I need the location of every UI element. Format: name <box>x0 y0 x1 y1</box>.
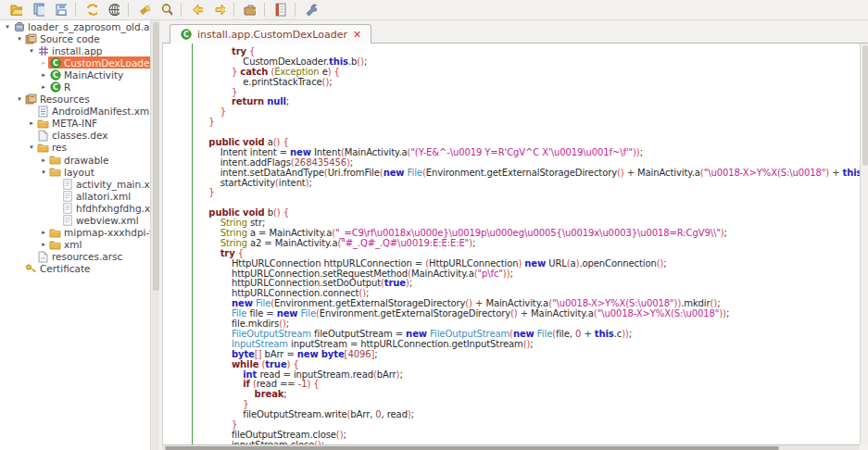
chevron-down-icon[interactable]: ▾ <box>15 95 24 103</box>
preferences-button[interactable] <box>299 1 321 19</box>
chevron-right-icon[interactable]: ▸ <box>39 229 48 236</box>
chevron-right-icon[interactable]: ▸ <box>39 156 48 164</box>
code-line[interactable] <box>197 198 860 208</box>
tree-item-certificate[interactable]: Certificate <box>0 263 150 275</box>
deobfuscation-button[interactable] <box>238 1 260 19</box>
tree-item-core[interactable]: CMainActivity <box>48 69 126 81</box>
chevron-right-icon[interactable]: ▸ <box>39 59 48 67</box>
tree-item-source-code[interactable]: ▾Source code <box>0 32 150 44</box>
chevron-down-icon[interactable]: ▾ <box>39 169 48 176</box>
sync-with-editor-button[interactable] <box>80 1 102 19</box>
tree-item-core[interactable]: CR <box>48 81 73 94</box>
code-line[interactable]: return null; <box>197 97 860 107</box>
tree-item-core[interactable]: hfdhfxhgfdhg.xml <box>60 202 150 214</box>
tree-item-core[interactable]: install.app <box>36 44 106 56</box>
folder-icon <box>49 240 61 250</box>
export-gradle-button[interactable] <box>49 1 71 19</box>
chevron-right-icon[interactable]: ▸ <box>39 71 48 79</box>
save-all-button[interactable] <box>27 1 49 19</box>
open-file-button[interactable] <box>5 1 27 19</box>
tree-item-customdexloader[interactable]: ▸CCustomDexLoader <box>0 56 150 69</box>
briefcase-pencil-icon <box>244 3 256 17</box>
tree-item-core[interactable]: resources.arsc <box>36 251 125 263</box>
code-line[interactable]: String a2 = MainActivity.a("#_.Q#_.Q#\u0… <box>197 239 860 249</box>
tree-vertical-scrollbar[interactable] <box>150 20 159 450</box>
tree-item-androidmanifest-xml[interactable]: AndroidManifest.xml <box>0 106 150 118</box>
tree-item-resources-arsc[interactable]: resources.arsc <box>0 251 150 263</box>
code-line[interactable]: } <box>197 107 860 118</box>
tree-item-core[interactable]: xml <box>48 239 84 251</box>
tree-item-core[interactable]: activity_main.xml <box>60 178 150 190</box>
tree-item-install-app[interactable]: ▾install.app <box>0 44 150 56</box>
editor-horizontal-scrollbar[interactable] <box>162 444 860 450</box>
class-search-button[interactable] <box>155 1 177 19</box>
tree-item-core[interactable]: loader_s_zaprosom_old.apk <box>12 20 150 32</box>
toolbar <box>0 0 868 20</box>
code-line[interactable]: } <box>197 118 860 128</box>
tree-item-r[interactable]: ▸CR <box>0 81 150 93</box>
tab-title: install.app.CustomDexLoader <box>197 29 347 41</box>
code-line[interactable] <box>197 128 860 138</box>
tree-item-core[interactable]: webview.xml <box>60 215 142 227</box>
doc-xml-icon <box>61 215 73 226</box>
tab-close-icon[interactable]: ✕ <box>353 29 361 41</box>
chevron-right-icon[interactable]: ▸ <box>39 83 48 91</box>
tree-item-loader-s-zaprosom-old-apk[interactable]: ▾loader_s_zaprosom_old.apk <box>0 20 150 32</box>
tree-item-mainactivity[interactable]: ▸CMainActivity <box>0 69 150 81</box>
tree-item-core[interactable]: Certificate <box>24 263 94 275</box>
code-line[interactable]: public void b() { <box>197 208 860 219</box>
tree-item-layout[interactable]: ▾layout <box>0 166 150 178</box>
tree-item-label: activity_main.xml <box>76 179 150 190</box>
tree-item-allatori-xml[interactable]: allatori.xml <box>0 190 150 202</box>
tree-item-core[interactable]: Source code <box>24 32 103 44</box>
tree-item-resources[interactable]: ▾Resources <box>0 94 150 106</box>
tree-item-core[interactable]: layout <box>48 166 97 178</box>
tree-item-webview-xml[interactable]: webview.xml <box>0 215 150 227</box>
code-line[interactable]: fileOutputStream.write(bArr, 0, read); <box>197 410 860 420</box>
code-line[interactable]: } <box>197 88 860 98</box>
tree-item-xml[interactable]: ▸xml <box>0 239 150 251</box>
chevron-down-icon[interactable]: ▾ <box>15 35 24 43</box>
text-search-button[interactable] <box>132 1 155 19</box>
tree-item-res[interactable]: ▾res <box>0 142 150 154</box>
tree-item-hfdhfxhgfdhg-xml[interactable]: hfdhfxhgfdhg.xml <box>0 202 150 214</box>
tree-item-core[interactable]: classes.dex <box>36 130 111 142</box>
code-line[interactable]: startActivity(intent); <box>197 179 860 189</box>
tree-item-drawable[interactable]: ▸drawable <box>0 154 150 166</box>
tree-item-core[interactable]: drawable <box>48 154 111 166</box>
tree-item-core[interactable]: META-INF <box>36 118 100 130</box>
tree-scrollbar-thumb[interactable] <box>153 22 159 291</box>
chevron-down-icon[interactable]: ▾ <box>3 23 12 31</box>
code-line[interactable]: File file = new File(Environment.getExte… <box>197 309 860 319</box>
chevron-down-icon[interactable]: ▾ <box>27 47 36 55</box>
tree-item-mipmap-xxxhdpi-v4[interactable]: ▸mipmap-xxxhdpi-v4 <box>0 227 150 239</box>
flat-packages-button[interactable] <box>102 1 124 19</box>
tree-item-core[interactable]: AndroidManifest.xml <box>36 106 150 118</box>
tree-item-classes-dex[interactable]: classes.dex <box>0 130 150 142</box>
code-line[interactable]: break; <box>197 390 860 400</box>
chevron-right-icon[interactable]: ▸ <box>39 241 48 248</box>
code-line[interactable]: if (read == -1) { <box>197 380 860 390</box>
tree-item-core[interactable]: Resources <box>24 94 93 106</box>
nav-forward-button[interactable] <box>208 1 230 19</box>
editor-vscrollbar-thumb[interactable] <box>862 45 868 166</box>
chevron-right-icon[interactable]: ▸ <box>27 119 36 127</box>
tree-item-core[interactable]: CCustomDexLoader <box>48 56 150 69</box>
tree-item-core[interactable]: res <box>36 142 69 154</box>
code-line[interactable]: } <box>197 188 860 198</box>
toolbar-separator <box>181 3 182 17</box>
code-editor[interactable]: try { CustomDexLoader.this.b(); } catch … <box>162 44 860 444</box>
editor-hscrollbar-thumb[interactable] <box>165 446 779 450</box>
chevron-down-icon[interactable]: ▾ <box>27 144 36 151</box>
document-tab[interactable]: C install.app.CustomDexLoader ✕ <box>170 24 371 44</box>
tree-item-core[interactable]: allatori.xml <box>60 190 133 202</box>
code-line[interactable]: e.printStackTrace(); <box>197 78 860 88</box>
arrow-left-icon <box>191 3 203 17</box>
editor-vertical-scrollbar[interactable] <box>860 44 868 444</box>
package-icon <box>25 33 37 44</box>
tree-item-meta-inf[interactable]: ▸META-INF <box>0 118 150 130</box>
log-viewer-button[interactable] <box>269 1 291 19</box>
tree-item-activity-main-xml[interactable]: activity_main.xml <box>0 178 150 190</box>
tree-item-core[interactable]: mipmap-xxxhdpi-v4 <box>48 227 150 239</box>
nav-back-button[interactable] <box>185 1 208 19</box>
